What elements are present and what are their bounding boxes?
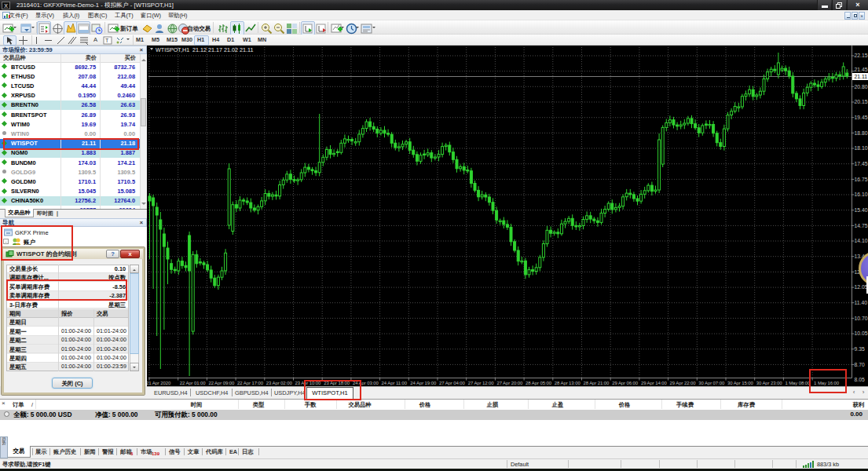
svg-text:17.45: 17.45 (855, 161, 868, 166)
svg-text:22.15: 22.15 (855, 53, 868, 58)
svg-text:22 Apr 09:00: 22 Apr 09:00 (208, 381, 235, 385)
svg-text:27 Apr 04:00: 27 Apr 04:00 (439, 381, 466, 385)
svg-text:21 Apr 2020: 21 Apr 2020 (147, 381, 171, 385)
svg-text:30 Apr 15:00: 30 Apr 15:00 (727, 381, 754, 385)
svg-text:1 May 08:00: 1 May 08:00 (785, 381, 811, 385)
svg-text:22 Apr 17:00: 22 Apr 17:00 (237, 381, 264, 385)
svg-text:8.70: 8.70 (855, 362, 865, 367)
svg-text:21.11: 21.11 (855, 74, 868, 79)
svg-text:24 Apr 19:00: 24 Apr 19:00 (410, 381, 437, 385)
svg-text:9.35: 9.35 (855, 346, 865, 352)
svg-text:11.40: 11.40 (855, 300, 868, 305)
svg-text:16.10: 16.10 (855, 192, 868, 197)
svg-text:22 Apr 01:00: 22 Apr 01:00 (180, 381, 207, 385)
svg-text:28 Apr 05:00: 28 Apr 05:00 (526, 381, 552, 385)
svg-text:WTISPOT,H1 21.12 21.17 21.02: WTISPOT,H1 21.12 21.17 21.02 21.11 (156, 46, 254, 53)
svg-text:10.05: 10.05 (855, 330, 868, 336)
svg-text:18.10: 18.10 (855, 145, 868, 151)
svg-text:T: T (105, 38, 109, 43)
svg-text:15.40: 15.40 (855, 207, 868, 213)
svg-text:27 Apr 12:00: 27 Apr 12:00 (468, 381, 495, 385)
svg-text:28 Apr 21:00: 28 Apr 21:00 (584, 381, 610, 385)
svg-text:29 Apr 14:00: 29 Apr 14:00 (641, 381, 668, 385)
svg-text:18.80: 18.80 (855, 130, 868, 136)
svg-text:23 Apr 02:00: 23 Apr 02:00 (266, 381, 293, 385)
svg-text:29 Apr 06:00: 29 Apr 06:00 (612, 381, 639, 385)
svg-text:30 Apr 23:00: 30 Apr 23:00 (756, 381, 783, 385)
svg-text:14.75: 14.75 (855, 223, 868, 228)
svg-text:10.70: 10.70 (855, 316, 868, 321)
svg-text:19.45: 19.45 (855, 115, 868, 120)
svg-text:20.15: 20.15 (855, 99, 868, 104)
svg-text:27 Apr 20:00: 27 Apr 20:00 (496, 381, 523, 385)
svg-text:16.75: 16.75 (855, 177, 868, 182)
svg-text:28 Apr 13:00: 28 Apr 13:00 (555, 381, 581, 385)
svg-text:14.10: 14.10 (855, 238, 868, 243)
svg-text:24 Apr 11:00: 24 Apr 11:00 (382, 381, 408, 385)
svg-text:29 Apr 22:00: 29 Apr 22:00 (670, 381, 697, 385)
svg-text:8.05: 8.05 (855, 377, 865, 382)
svg-text:20.80: 20.80 (855, 84, 868, 89)
svg-text:30 Apr 07:00: 30 Apr 07:00 (698, 381, 725, 385)
svg-text:21.45: 21.45 (855, 67, 868, 72)
